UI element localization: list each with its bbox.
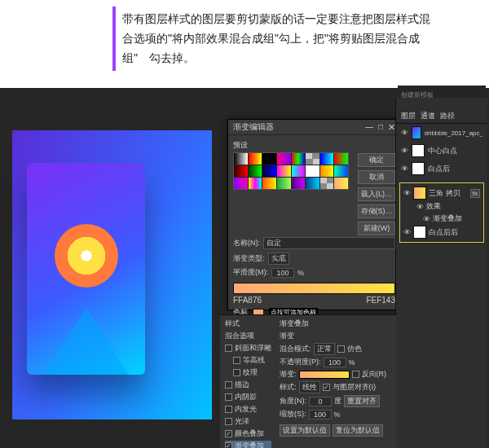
preset-grid[interactable] bbox=[233, 152, 349, 190]
reset-default-button[interactable]: 复位为默认值 bbox=[333, 424, 383, 437]
preset-swatch[interactable] bbox=[334, 178, 348, 189]
cancel-button[interactable]: 取消 bbox=[358, 170, 395, 184]
checkbox[interactable] bbox=[233, 357, 240, 364]
style-select[interactable]: 线性 bbox=[299, 381, 320, 393]
gradient-bar[interactable] bbox=[233, 283, 395, 294]
preset-swatch[interactable] bbox=[234, 165, 248, 177]
preset-swatch[interactable] bbox=[249, 165, 262, 177]
checkbox[interactable] bbox=[225, 345, 232, 352]
angle-value[interactable]: 0 bbox=[309, 397, 332, 406]
layer-whitedot-label[interactable]: 白点后 bbox=[428, 164, 450, 174]
preset-swatch[interactable] bbox=[334, 165, 348, 177]
smooth-label: 平滑度(M): bbox=[233, 267, 268, 278]
visibility-icon[interactable]: 👁 bbox=[416, 203, 424, 211]
tab-channels[interactable]: 通道 bbox=[421, 111, 435, 121]
visibility-icon[interactable]: 👁 bbox=[401, 165, 408, 173]
align-checkbox[interactable] bbox=[323, 384, 330, 391]
preset-swatch[interactable] bbox=[262, 153, 276, 165]
opt-texture[interactable]: 纹理 bbox=[243, 367, 258, 378]
opt-inner-shadow[interactable]: 内阴影 bbox=[235, 392, 257, 402]
preset-swatch[interactable] bbox=[262, 178, 276, 189]
preset-swatch[interactable] bbox=[277, 153, 291, 165]
layer-thumb[interactable] bbox=[412, 144, 425, 157]
preset-swatch[interactable] bbox=[277, 178, 291, 189]
checkbox[interactable] bbox=[225, 430, 232, 437]
checkbox[interactable] bbox=[225, 381, 232, 389]
checkbox[interactable] bbox=[233, 369, 240, 376]
visibility-icon[interactable]: 👁 bbox=[401, 147, 408, 155]
fx-right-title: 渐变叠加 bbox=[280, 318, 386, 329]
doc-layer-name[interactable]: dribbble_2017_apc_dribbbble bbox=[425, 130, 483, 137]
scale-value[interactable]: 100 bbox=[309, 410, 332, 419]
type-select[interactable]: 实底 bbox=[268, 253, 289, 265]
preset-swatch[interactable] bbox=[234, 153, 248, 165]
highlighted-layer-group: 👁 三角 拷贝 fx 👁 效果 👁 渐变叠加 👁 白点后后 bbox=[399, 182, 484, 243]
preset-swatch[interactable] bbox=[277, 165, 291, 177]
dither-checkbox[interactable] bbox=[337, 345, 345, 353]
preset-swatch[interactable] bbox=[292, 178, 306, 189]
preset-swatch[interactable] bbox=[249, 153, 262, 165]
layer-whitedot2-label[interactable]: 白点后后 bbox=[429, 227, 458, 238]
minimize-icon[interactable]: — bbox=[365, 122, 373, 133]
maximize-icon[interactable]: □ bbox=[378, 122, 383, 133]
preset-swatch[interactable] bbox=[320, 165, 334, 177]
effects-label[interactable]: 效果 bbox=[426, 201, 441, 212]
visibility-icon[interactable]: 👁 bbox=[403, 189, 411, 197]
load-button[interactable]: 载入(L)… bbox=[358, 187, 395, 201]
preset-swatch[interactable] bbox=[262, 165, 276, 177]
tab-layers[interactable]: 图层 bbox=[401, 111, 416, 121]
gradient-editor-title: 渐变编辑器 bbox=[233, 121, 274, 133]
preset-swatch[interactable] bbox=[306, 153, 319, 165]
ok-button[interactable]: 确定 bbox=[358, 153, 395, 167]
preset-swatch[interactable] bbox=[320, 153, 334, 165]
layer-thumb[interactable] bbox=[412, 162, 425, 175]
gradient-preview[interactable] bbox=[299, 371, 350, 379]
visibility-icon[interactable]: 👁 bbox=[403, 228, 411, 236]
checkbox[interactable] bbox=[225, 393, 232, 401]
gradient-overlay-label[interactable]: 渐变叠加 bbox=[433, 213, 462, 224]
set-default-button[interactable]: 设置为默认值 bbox=[280, 424, 330, 437]
name-field[interactable]: 自定 bbox=[263, 237, 395, 249]
opt-bevel[interactable]: 斜面和浮雕 bbox=[235, 343, 271, 354]
gradient-editor-titlebar[interactable]: 渐变编辑器 — □ ✕ bbox=[228, 120, 400, 135]
smooth-value[interactable]: 100 bbox=[271, 268, 294, 278]
reverse-checkbox[interactable] bbox=[352, 371, 359, 378]
checkbox[interactable] bbox=[225, 406, 232, 413]
name-label: 名称(N): bbox=[233, 238, 260, 248]
preset-swatch[interactable] bbox=[234, 178, 248, 189]
reset-align-button[interactable]: 重置对齐 bbox=[344, 395, 380, 407]
preset-swatch[interactable] bbox=[292, 153, 306, 165]
layer-triangle-name[interactable]: 三角 拷贝 bbox=[429, 188, 460, 199]
layer-thumb[interactable] bbox=[412, 126, 421, 139]
opt-gradient-overlay[interactable]: 渐变叠加 bbox=[235, 441, 264, 448]
disc-shape bbox=[55, 224, 118, 288]
layers-panel: 图层 通道 路径 👁 dribbble_2017_apc_dribbbble 👁… bbox=[395, 98, 487, 448]
opt-inner-glow[interactable]: 内发光 bbox=[235, 404, 257, 415]
close-icon[interactable]: ✕ bbox=[388, 122, 395, 133]
layer-center-label[interactable]: 中心白点 bbox=[428, 146, 457, 156]
layer-thumb[interactable] bbox=[413, 226, 426, 239]
preset-swatch[interactable] bbox=[306, 178, 319, 189]
preset-swatch[interactable] bbox=[334, 153, 348, 165]
opt-color-overlay[interactable]: 颜色叠加 bbox=[235, 428, 264, 439]
visibility-icon[interactable]: 👁 bbox=[423, 215, 430, 223]
checkbox[interactable] bbox=[225, 418, 232, 425]
blend-mode-select[interactable]: 正常 bbox=[314, 343, 335, 355]
tab-paths[interactable]: 路径 bbox=[440, 111, 455, 121]
preset-swatch[interactable] bbox=[306, 165, 319, 177]
opt-contour[interactable]: 等高线 bbox=[243, 355, 265, 366]
preset-swatch[interactable] bbox=[249, 178, 262, 189]
blend-options-title[interactable]: 混合选项 bbox=[225, 331, 271, 341]
layer-thumb[interactable] bbox=[413, 187, 426, 200]
new-button[interactable]: 新建(W) bbox=[358, 222, 395, 235]
preset-swatch[interactable] bbox=[320, 178, 334, 189]
opt-satin[interactable]: 光泽 bbox=[235, 416, 249, 427]
preset-swatch[interactable] bbox=[292, 165, 306, 177]
opacity-value[interactable]: 100 bbox=[324, 358, 346, 367]
visibility-icon[interactable]: 👁 bbox=[401, 129, 408, 137]
poster-artwork bbox=[27, 163, 145, 375]
checkbox[interactable] bbox=[225, 442, 232, 448]
opt-stroke[interactable]: 描边 bbox=[235, 380, 249, 390]
save-button[interactable]: 存储(S)… bbox=[358, 204, 395, 218]
fx-badge[interactable]: fx bbox=[470, 189, 480, 198]
